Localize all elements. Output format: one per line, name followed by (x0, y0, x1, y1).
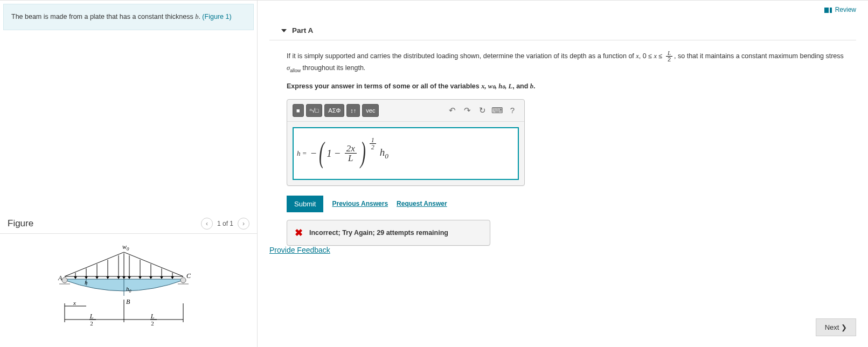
figure-prev-button[interactable]: ‹ (201, 218, 213, 230)
review-label: Review (835, 6, 856, 13)
q-p3: , so that it maintains a constant maximu… (674, 52, 844, 60)
q-rmid: ≤ (657, 52, 664, 60)
flag-icon (824, 8, 829, 13)
reset-icon[interactable]: ↻ (476, 104, 489, 117)
svg-marker-19 (138, 276, 142, 279)
svg-text:B: B (126, 298, 130, 306)
equation-panel: ■ ⁿ√□ ΑΣΦ ↕↑ vec ↶ ↷ ↻ ⌨ ? h = − ( (287, 99, 525, 186)
root-button[interactable]: ⁿ√□ (306, 104, 323, 117)
q-rstart: 0 ≤ (643, 52, 654, 60)
error-box: ✖ Incorrect; Try Again; 29 attempts rema… (287, 220, 490, 246)
svg-marker-22 (171, 276, 174, 279)
top-bar: Review (258, 1, 868, 13)
instr-t2: , and (512, 82, 530, 90)
q-frac-d: 2 (666, 57, 672, 63)
instr-t3: . (533, 82, 535, 90)
q-sigmasub: allow (290, 68, 301, 73)
q-p1: If it is simply supported and carries th… (287, 52, 636, 60)
beam-figure-svg: w0 A C B h h0 x L 2 L 2 (54, 241, 194, 333)
flag-icon-2 (830, 8, 832, 13)
svg-text:L: L (150, 313, 155, 320)
eq-frac: 2x L (345, 144, 357, 163)
svg-marker-15 (106, 276, 109, 279)
undo-icon[interactable]: ↶ (446, 104, 459, 117)
question-text: If it is simply supported and carries th… (287, 50, 856, 74)
equation-toolbar: ■ ⁿ√□ ΑΣΦ ↕↑ vec ↶ ↷ ↻ ⌨ ? (287, 100, 524, 122)
svg-text:C: C (186, 272, 191, 280)
review-link[interactable]: Review (824, 6, 856, 13)
svg-text:L: L (89, 313, 94, 320)
figure-canvas: w0 A C B h h0 x L 2 L 2 (0, 234, 257, 331)
arrows-button[interactable]: ↕↑ (346, 104, 360, 117)
left-pane: The beam is made from a plate that has a… (0, 1, 258, 347)
figure-next-button[interactable]: › (238, 218, 249, 230)
eq-num: 2x (345, 144, 357, 154)
eq-lhs: h = (297, 149, 307, 158)
greek-button[interactable]: ΑΣΦ (324, 104, 344, 117)
figure-1-link[interactable]: (Figure 1) (202, 13, 231, 20)
q-p2: , (639, 52, 643, 60)
svg-marker-21 (160, 276, 163, 279)
keyboard-icon[interactable]: ⌨ (491, 104, 504, 117)
eq-expr: − ( 1 − 2x L ) 1 2 h0 (310, 144, 388, 163)
figure-title: Figure (8, 218, 33, 229)
q-frac: L2 (666, 50, 672, 63)
figure-header: Figure ‹ 1 of 1 › (0, 213, 257, 234)
figure-pager-text: 1 of 1 (217, 220, 233, 227)
svg-marker-12 (74, 276, 77, 279)
page: The beam is made from a plate that has a… (0, 0, 868, 347)
figure-pager: ‹ 1 of 1 › (201, 218, 249, 230)
eq-exp: 1 2 (370, 137, 376, 150)
part-title: Part A (292, 26, 313, 34)
svg-text:w0: w0 (122, 243, 129, 252)
error-x-icon: ✖ (295, 227, 303, 239)
caret-down-icon (281, 29, 287, 32)
intro-text-before: The beam is made from a plate that has a… (11, 13, 195, 20)
svg-text:x: x (73, 300, 76, 306)
eq-den: L (346, 154, 355, 163)
svg-marker-17 (122, 276, 126, 279)
error-text: Incorrect; Try Again; 29 attempts remain… (309, 229, 448, 237)
part-body: If it is simply supported and carries th… (258, 40, 868, 246)
next-button[interactable]: Next ❯ (816, 318, 856, 336)
eq-exp-d: 2 (370, 144, 376, 150)
provide-feedback-link[interactable]: Provide Feedback (269, 246, 330, 254)
instruction-text: Express your answer in terms of some or … (287, 81, 856, 92)
vec-button[interactable]: vec (362, 104, 379, 117)
svg-marker-20 (149, 276, 152, 279)
svg-point-26 (180, 277, 186, 283)
svg-text:2: 2 (151, 320, 154, 327)
eq-minus2: − (334, 148, 341, 159)
part-header[interactable]: Part A (269, 13, 856, 40)
right-pane: Review Part A If it is simply supported … (258, 1, 868, 347)
help-icon[interactable]: ? (506, 104, 519, 117)
redo-icon[interactable]: ↷ (461, 104, 474, 117)
request-answer-link[interactable]: Request Answer (397, 200, 447, 207)
instr-t1: Express your answer in terms of some or … (287, 82, 481, 90)
svg-text:2: 2 (90, 320, 93, 327)
svg-point-25 (62, 277, 67, 283)
eq-one: 1 (327, 148, 332, 159)
eq-neg: − (310, 148, 317, 159)
svg-text:h: h (85, 279, 88, 286)
submit-button[interactable]: Submit (287, 196, 323, 212)
svg-marker-14 (95, 276, 99, 279)
intro-box: The beam is made from a plate that has a… (3, 4, 254, 30)
submit-row: Submit Previous Answers Request Answer (287, 196, 856, 212)
template-button[interactable]: ■ (293, 104, 304, 117)
svg-text:A: A (58, 274, 63, 282)
svg-marker-16 (117, 276, 120, 279)
equation-input[interactable]: h = − ( 1 − 2x L ) 1 2 (293, 127, 519, 180)
eq-h0: h0 (380, 147, 388, 161)
instr-vars: x, w₀, h₀, L (481, 82, 512, 90)
previous-answers-link[interactable]: Previous Answers (332, 200, 388, 207)
q-p4: throughout its length. (301, 64, 365, 72)
svg-marker-18 (128, 276, 131, 279)
